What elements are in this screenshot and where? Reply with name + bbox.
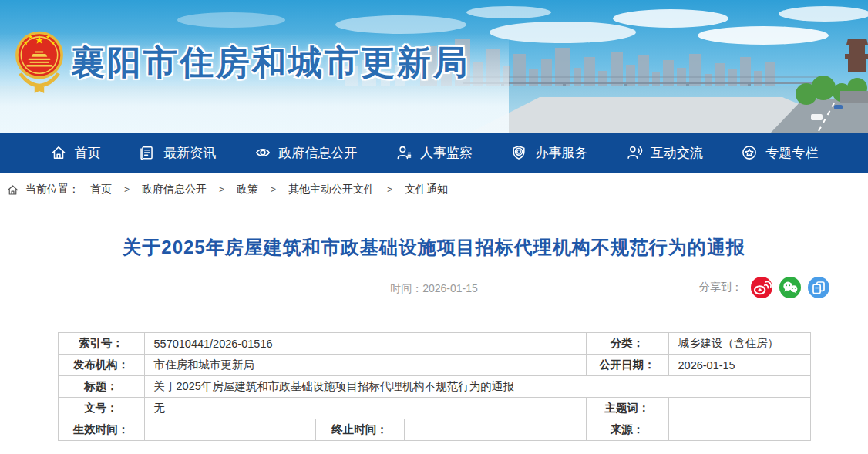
table-row: 索引号： 557010441/2026-01516 分类： 城乡建设（含住房）	[58, 333, 810, 355]
nav-item-label: 首页	[75, 144, 101, 162]
effective-date-label: 生效时间：	[58, 419, 144, 441]
category-label: 分类：	[586, 333, 668, 355]
publish-date-value: 2026-01-15	[668, 355, 810, 376]
keywords-label: 主题词：	[586, 398, 668, 419]
chat-icon	[626, 144, 643, 161]
source-value	[668, 419, 810, 441]
wechat-share-icon[interactable]	[779, 277, 801, 298]
content-divider	[5, 207, 863, 207]
expiry-date-label: 终止时间：	[315, 419, 404, 441]
home-icon	[50, 144, 67, 161]
nav-item-personnel[interactable]: 人事监察	[395, 133, 473, 173]
nav-item-label: 专题专栏	[765, 144, 818, 162]
site-title: 襄阳市住房和城市更新局	[71, 40, 469, 86]
nav-item-services[interactable]: 办事服务	[510, 133, 587, 173]
time-label: 时间：	[390, 282, 422, 294]
person-icon	[395, 144, 412, 161]
expiry-date-value	[404, 419, 586, 441]
nav-item-home[interactable]: 首页	[50, 133, 101, 173]
table-row: 标题： 关于2025年房屋建筑和市政基础设施项目招标代理机构不规范行为的通报	[58, 376, 810, 398]
nav-item-label: 人事监察	[420, 144, 473, 162]
breadcrumb-location-label: 当前位置：	[25, 183, 79, 197]
breadcrumb-item-gov-info[interactable]: 政府信息公开	[142, 183, 207, 197]
doc-number-value: 无	[144, 398, 586, 419]
nav-item-label: 政府信息公开	[279, 144, 358, 162]
table-row: 文号： 无 主题词：	[58, 398, 810, 419]
article-meta: 时间：2026-01-15 分享到：	[0, 277, 868, 300]
document-info-table: 索引号： 557010441/2026-01516 分类： 城乡建设（含住房） …	[58, 332, 811, 441]
share-label: 分享到：	[699, 281, 742, 294]
index-number-value: 557010441/2026-01516	[144, 333, 586, 355]
breadcrumb-item-other-docs[interactable]: 其他主动公开文件	[288, 183, 375, 197]
article-title: 关于2025年房屋建筑和市政基础设施项目招标代理机构不规范行为的通报	[0, 235, 868, 260]
breadcrumb-item-notices[interactable]: 文件通知	[405, 183, 448, 197]
agency-label: 发布机构：	[58, 355, 144, 376]
nav-item-gov-info[interactable]: 政府信息公开	[254, 133, 358, 173]
breadcrumb: 当前位置： 首页 > 政府信息公开 > 政策 > 其他主动公开文件 > 文件通知	[0, 173, 868, 207]
publish-date-label: 公开日期：	[586, 355, 668, 376]
nav-item-news[interactable]: 最新资讯	[139, 133, 216, 173]
nav-item-topics[interactable]: 专题专栏	[741, 133, 818, 173]
breadcrumb-separator: >	[219, 184, 224, 195]
table-row: 生效时间： 终止时间： 来源：	[58, 419, 810, 441]
copy-link-share-icon[interactable]	[808, 277, 829, 298]
nav-item-label: 最新资讯	[163, 144, 216, 162]
star-icon	[741, 144, 758, 161]
nav-item-interaction[interactable]: 互动交流	[626, 133, 703, 173]
effective-date-value	[144, 419, 315, 441]
breadcrumb-separator: >	[271, 184, 276, 195]
weibo-share-icon[interactable]	[751, 277, 772, 298]
main-nav: 首页 最新资讯 政府信息公开 人事监察 办事服务 互动交流	[0, 133, 868, 173]
table-row: 发布机构： 市住房和城市更新局 公开日期： 2026-01-15	[58, 355, 810, 376]
shield-icon	[510, 144, 527, 161]
doc-title-value: 关于2025年房屋建筑和市政基础设施项目招标代理机构不规范行为的通报	[144, 376, 810, 398]
breadcrumb-item-policy[interactable]: 政策	[237, 183, 258, 197]
nav-item-label: 互动交流	[651, 144, 703, 162]
doc-title-label: 标题：	[58, 376, 144, 398]
index-number-label: 索引号：	[58, 333, 144, 355]
agency-value: 市住房和城市更新局	[144, 355, 586, 376]
keywords-value	[668, 398, 810, 419]
breadcrumb-item-home[interactable]: 首页	[90, 183, 112, 197]
eye-icon	[254, 144, 271, 161]
category-value: 城乡建设（含住房）	[668, 333, 810, 355]
site-banner: 襄阳市住房和城市更新局	[0, 0, 868, 133]
national-emblem	[14, 26, 65, 105]
breadcrumb-separator: >	[387, 184, 392, 195]
source-label: 来源：	[586, 419, 668, 441]
time-value: 2026-01-15	[422, 282, 478, 294]
breadcrumb-separator: >	[124, 184, 130, 195]
doc-number-label: 文号：	[58, 398, 144, 419]
news-icon	[139, 144, 156, 161]
home-small-icon	[6, 183, 19, 197]
share-bar: 分享到：	[699, 277, 829, 298]
nav-item-label: 办事服务	[535, 144, 587, 162]
